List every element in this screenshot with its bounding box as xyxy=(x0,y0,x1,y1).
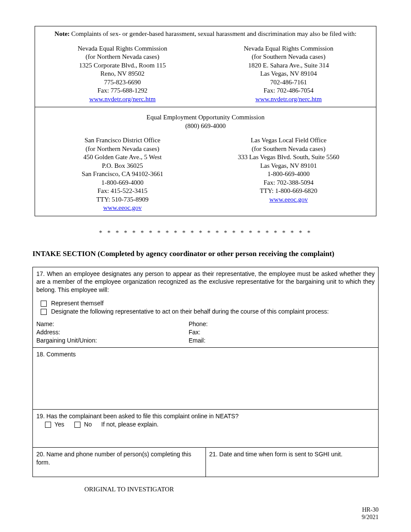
eeoc-sf-region: (for Northern Nevada cases) xyxy=(39,145,206,154)
q17-checkbox-self[interactable] xyxy=(41,301,47,307)
nerc-s-addr2: Las Vegas, NV 89104 xyxy=(206,70,372,78)
q17-address-label: Address: xyxy=(36,328,189,337)
q20-label: 20. Name and phone number of person(s) c… xyxy=(36,451,191,466)
q17-opt2: Designate the following representative t… xyxy=(51,308,329,315)
page: Note: Complaints of sex- or gender-based… xyxy=(0,0,411,532)
intake-section-heading: INTAKE SECTION (Completed by agency coor… xyxy=(32,250,379,258)
q18-cell: 18. Comments xyxy=(33,347,379,409)
eeoc-lv-region: (for Southern Nevada cases) xyxy=(206,145,372,154)
nerc-n-addr1: 1325 Corporate Blvd., Room 115 xyxy=(39,61,206,70)
nerc-s-phone: 702-486-7161 xyxy=(206,78,372,87)
q19-text: 19. Has the complainant been asked to fi… xyxy=(36,412,375,420)
original-to-investigator: ORIGINAL TO INVESTIGATOR xyxy=(84,486,379,493)
note-text: Complaints of sex- or gender-based haras… xyxy=(71,30,356,37)
footer-form: HR-30 xyxy=(362,506,379,514)
eeoc-lv-link[interactable]: www.eeoc.gov xyxy=(270,196,308,203)
q19-ifnot: If not, please explain. xyxy=(101,421,158,428)
nerc-n-region: (for Northern Nevada cases) xyxy=(39,53,206,61)
eeoc-sf-addr1: 450 Golden Gate Ave., 5 West xyxy=(39,153,206,162)
nerc-s-region: (for Southern Nevada cases) xyxy=(206,53,372,61)
eeoc-header: Equal Employment Opportunity Commission xyxy=(39,113,372,122)
q17-checkbox-representative[interactable] xyxy=(41,309,47,315)
eeoc-sf-phone: 1-800-669-4000 xyxy=(39,179,206,187)
nerc-n-phone: 775-823-6690 xyxy=(39,78,206,87)
q17-name-label: Name: xyxy=(36,320,189,328)
q19-yes-label: Yes xyxy=(55,421,64,428)
eeoc-sf-addr2: P.O. Box 36025 xyxy=(39,162,206,170)
nerc-northern: Nevada Equal Rights Commission (for Nort… xyxy=(39,45,206,104)
q21-cell: 21. Date and time when form is sent to S… xyxy=(206,447,379,477)
q17-opt1: Represent themself xyxy=(51,300,103,307)
eeoc-lv-addr2: Las Vegas, NV 89101 xyxy=(206,162,372,170)
eeoc-phone: (800) 669-4000 xyxy=(39,122,372,131)
q19-checkbox-no[interactable] xyxy=(74,422,80,428)
eeoc-sf-tty: TTY: 510-735-8909 xyxy=(39,195,206,204)
eeoc-sf-name: San Francisco District Office xyxy=(39,136,206,145)
q17-cell: 17. When an employee designates any pers… xyxy=(33,267,379,347)
nerc-n-link[interactable]: www.nvdetr.org/nerc.htm xyxy=(89,96,155,103)
nerc-n-addr2: Reno, NV 89502 xyxy=(39,70,206,78)
nerc-southern: Nevada Equal Rights Commission (for Sout… xyxy=(206,45,372,104)
q18-label: 18. Comments xyxy=(36,351,76,358)
q20-cell: 20. Name and phone number of person(s) c… xyxy=(33,447,206,477)
eeoc-lv: Las Vegas Local Field Office (for Southe… xyxy=(206,136,372,212)
eeoc-lv-phone: 1-800-669-4000 xyxy=(206,170,372,179)
q19-cell: 19. Has the complainant been asked to fi… xyxy=(33,409,379,447)
nerc-s-addr1: 1820 E. Sahara Ave., Suite 314 xyxy=(206,61,372,70)
eeoc-sf-fax: Fax: 415-522-3415 xyxy=(39,187,206,195)
eeoc-cell: Equal Employment Opportunity Commission … xyxy=(35,107,376,216)
nerc-n-fax: Fax: 775-688-1292 xyxy=(39,87,206,95)
note-box: Note: Complaints of sex- or gender-based… xyxy=(35,26,376,216)
nerc-s-link[interactable]: www.nvdetr.org/nerc.htm xyxy=(255,96,321,103)
note-label: Note: xyxy=(55,30,70,37)
nerc-s-fax: Fax: 702-486-7054 xyxy=(206,87,372,95)
q17-text: 17. When an employee designates any pers… xyxy=(36,270,375,295)
eeoc-lv-addr1: 333 Las Vegas Blvd. South, Suite 5560 xyxy=(206,153,372,162)
q19-no-label: No xyxy=(84,421,92,428)
q17-email-label: Email: xyxy=(189,337,375,345)
footer-date: 9/2021 xyxy=(362,514,379,521)
eeoc-lv-fax: Fax: 702-388-5094 xyxy=(206,179,372,187)
q17-bargaining-label: Bargaining Unit/Union: xyxy=(36,337,189,345)
q21-label: 21. Date and time when form is sent to S… xyxy=(209,451,343,458)
note-header-cell: Note: Complaints of sex- or gender-based… xyxy=(35,26,376,107)
q19-checkbox-yes[interactable] xyxy=(45,422,51,428)
footer: HR-30 9/2021 xyxy=(362,506,379,521)
eeoc-sf: San Francisco District Office (for North… xyxy=(39,136,206,212)
intake-form-table: 17. When an employee designates any pers… xyxy=(32,267,379,477)
eeoc-lv-tty: TTY: 1-800-669-6820 xyxy=(206,187,372,195)
eeoc-sf-addr3: San Francisco, CA 94102-3661 xyxy=(39,170,206,179)
q17-fax-label: Fax: xyxy=(189,328,375,337)
eeoc-lv-name: Las Vegas Local Field Office xyxy=(206,136,372,145)
nerc-n-name: Nevada Equal Rights Commission xyxy=(39,45,206,53)
divider-stars: * * * * * * * * * * * * * * * * * * * * … xyxy=(32,229,379,237)
nerc-s-name: Nevada Equal Rights Commission xyxy=(206,45,372,53)
q17-phone-label: Phone: xyxy=(189,320,375,328)
eeoc-sf-link[interactable]: www.eeoc.gov xyxy=(103,204,142,211)
